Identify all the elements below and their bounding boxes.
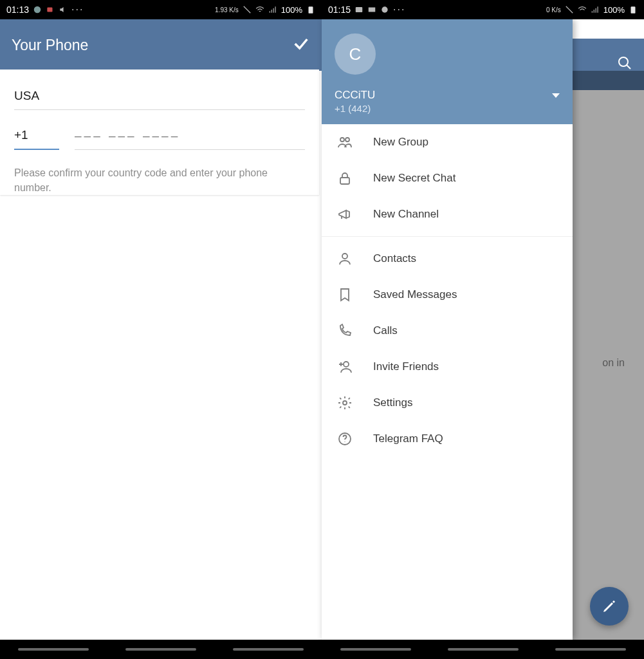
- megaphone-icon: [332, 207, 358, 222]
- nav-bar: [0, 640, 322, 659]
- divider: [322, 236, 573, 237]
- svg-rect-2: [309, 6, 313, 13]
- status-speed: 0 K/s: [546, 6, 561, 14]
- lock-icon: [332, 171, 358, 186]
- person-icon: [332, 251, 358, 266]
- signal-icon: [591, 5, 600, 14]
- page-title: Your Phone: [12, 37, 292, 54]
- country-selector[interactable]: USA: [14, 81, 305, 110]
- menu-telegram-faq[interactable]: Telegram FAQ: [322, 421, 573, 457]
- svg-rect-4: [369, 8, 376, 12]
- status-time: 01:15: [328, 5, 351, 15]
- pencil-icon: [602, 599, 617, 614]
- phone-right: 01:15 0 K/s 100%: [322, 0, 644, 659]
- mute-icon: [565, 5, 574, 14]
- battery-icon: [306, 5, 315, 14]
- drawer-header[interactable]: C CCCiTU +1 (442): [322, 19, 573, 124]
- bookmark-icon: [332, 287, 358, 302]
- menu-contacts[interactable]: Contacts: [322, 241, 573, 277]
- background-text: on in: [602, 357, 625, 369]
- svg-rect-10: [340, 178, 349, 184]
- menu-label: Telegram FAQ: [373, 432, 443, 445]
- status-rec-icon: [46, 5, 55, 14]
- navigation-drawer: C CCCiTU +1 (442) New Group New Secret C…: [322, 19, 573, 640]
- nav-home[interactable]: [448, 648, 519, 651]
- menu-label: Calls: [373, 324, 398, 337]
- confirm-button[interactable]: [292, 35, 310, 55]
- status-chat-icon: [380, 5, 389, 14]
- wifi-icon: [255, 5, 264, 14]
- drawer-menu: New Group New Secret Chat New Channel Co…: [322, 124, 573, 640]
- hint-text: Please confirm your country code and ent…: [14, 165, 305, 195]
- menu-invite-friends[interactable]: Invite Friends: [322, 349, 573, 385]
- status-app-icon: [33, 5, 42, 14]
- status-bar: 01:13 1.93 K/s 100%: [0, 0, 322, 19]
- phone-icon: [332, 323, 358, 339]
- login-form: USA Please confirm your country code and…: [0, 70, 319, 195]
- menu-label: Saved Messages: [373, 288, 457, 301]
- svg-rect-1: [47, 8, 52, 12]
- battery-icon: [629, 5, 638, 14]
- menu-label: New Group: [373, 136, 428, 149]
- profile-phone: +1 (442): [335, 103, 560, 114]
- svg-point-8: [340, 138, 344, 142]
- menu-new-secret-chat[interactable]: New Secret Chat: [322, 160, 573, 196]
- compose-fab[interactable]: [590, 587, 629, 626]
- svg-point-5: [382, 6, 387, 12]
- menu-new-group[interactable]: New Group: [322, 124, 573, 160]
- help-icon: [332, 431, 358, 447]
- group-icon: [332, 135, 358, 150]
- menu-label: Invite Friends: [373, 360, 439, 373]
- nav-recent[interactable]: [18, 648, 89, 651]
- avatar: C: [335, 33, 376, 75]
- svg-point-11: [342, 254, 347, 259]
- status-speed: 1.93 K/s: [215, 6, 239, 14]
- status-battery: 100%: [281, 5, 302, 15]
- menu-saved-messages[interactable]: Saved Messages: [322, 277, 573, 313]
- wifi-icon: [578, 5, 587, 14]
- status-more-icon: [393, 4, 405, 15]
- svg-point-12: [344, 362, 349, 367]
- svg-rect-6: [631, 6, 636, 13]
- svg-point-7: [619, 57, 628, 66]
- nav-home[interactable]: [125, 648, 196, 651]
- menu-label: New Secret Chat: [373, 172, 456, 185]
- menu-label: Contacts: [373, 252, 416, 265]
- menu-settings[interactable]: Settings: [322, 385, 573, 421]
- app-bar: Your Phone: [0, 19, 322, 71]
- phone-number-input[interactable]: [75, 124, 305, 150]
- nav-back[interactable]: [555, 648, 626, 651]
- mute-icon: [243, 5, 252, 14]
- status-time: 01:13: [6, 5, 29, 15]
- nav-bar: [322, 640, 644, 659]
- status-battery: 100%: [603, 5, 625, 15]
- svg-point-9: [345, 138, 349, 142]
- profile-name: CCCiTU: [335, 89, 375, 102]
- svg-point-0: [34, 6, 41, 14]
- status-image-icon: [354, 5, 363, 14]
- nav-back[interactable]: [233, 648, 304, 651]
- search-icon: [617, 55, 632, 71]
- status-more-icon: [71, 4, 84, 15]
- check-icon: [292, 35, 310, 53]
- status-mute-icon: [59, 5, 68, 14]
- avatar-initial: C: [349, 44, 362, 64]
- status-mail-icon: [367, 5, 376, 14]
- gear-icon: [332, 395, 358, 411]
- nav-recent[interactable]: [340, 648, 411, 651]
- menu-new-channel[interactable]: New Channel: [322, 196, 573, 232]
- person-add-icon: [332, 359, 358, 375]
- menu-calls[interactable]: Calls: [322, 313, 573, 349]
- chevron-down-icon: [552, 93, 560, 98]
- menu-label: New Channel: [373, 208, 439, 221]
- menu-label: Settings: [373, 396, 412, 409]
- svg-point-13: [343, 401, 347, 405]
- signal-icon: [268, 5, 277, 14]
- svg-rect-3: [356, 7, 363, 12]
- country-code-input[interactable]: [14, 124, 59, 150]
- phone-left: 01:13 1.93 K/s 100%: [0, 0, 322, 659]
